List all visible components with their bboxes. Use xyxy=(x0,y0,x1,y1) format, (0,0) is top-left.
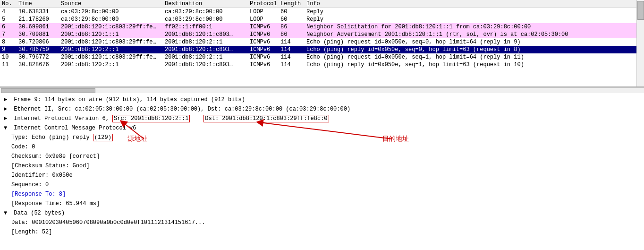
table-cell[interactable]: Echo (ping) request id=0x050e, seq=1, ho… xyxy=(305,53,644,61)
table-row[interactable]: 521.178260ca:03:29:8c:00:00ca:03:29:8c:0… xyxy=(0,16,644,23)
table-cell[interactable]: 2001:db8:120:1:c803:29ff:fe… xyxy=(59,23,163,31)
table-cell[interactable]: 86 xyxy=(279,23,305,31)
table-cell[interactable]: Neighbor Advertisement 2001:db8:120:1::1… xyxy=(305,31,644,38)
table-cell[interactable]: 2001:db8:120:1::1 xyxy=(59,31,163,38)
table-cell[interactable]: ca:03:29:8c:00:00 xyxy=(163,8,248,16)
table-cell[interactable]: ICMPv6 xyxy=(248,31,279,38)
vertical-scrollbar[interactable] xyxy=(636,0,644,86)
table-row[interactable]: 1130.8286762001:db8:120:2::12001:db8:120… xyxy=(0,61,644,69)
table-cell[interactable]: 114 xyxy=(279,61,305,69)
packet-list-area: No. Time Source Destination Protocol Len… xyxy=(0,0,644,87)
scrollbar-thumb[interactable] xyxy=(637,1,644,20)
sequence-detail-row: Sequence: 0 xyxy=(0,180,644,190)
table-cell[interactable]: 5 xyxy=(0,16,17,23)
h-scrollbar-thumb[interactable] xyxy=(1,88,95,93)
table-cell[interactable]: 11 xyxy=(0,61,17,69)
table-row[interactable]: 930.7867502001:db8:120:2::12001:db8:120:… xyxy=(0,46,644,53)
table-cell[interactable]: 60 xyxy=(279,16,305,23)
col-header-no[interactable]: No. xyxy=(0,0,17,8)
table-cell[interactable]: ICMPv6 xyxy=(248,53,279,61)
table-cell[interactable]: ff02::1:ff00:1 xyxy=(163,23,248,31)
table-cell[interactable]: 86 xyxy=(279,31,305,38)
table-cell[interactable]: Echo (ping) request id=0x050e, seq=0, ho… xyxy=(305,38,644,46)
table-row[interactable]: 730.7098812001:db8:120:1::12001:db8:120:… xyxy=(0,31,644,38)
sequence-text: Sequence: 0 xyxy=(11,181,49,188)
col-header-proto[interactable]: Protocol xyxy=(248,0,279,8)
table-cell[interactable]: 2001:db8:120:1:c803:29ff:fe… xyxy=(59,53,163,61)
checksum-status-text: [Checksum Status: Good] xyxy=(11,163,90,169)
table-cell[interactable]: 2001:db8:120:1:c803… xyxy=(163,46,248,53)
table-cell[interactable]: Reply xyxy=(305,8,644,16)
icmpv6-detail-row[interactable]: ▼ Internet Control Message Protocol v6 xyxy=(0,123,644,133)
table-row[interactable]: 410.638331ca:03:29:8c:00:00ca:03:29:8c:0… xyxy=(0,8,644,16)
table-cell[interactable]: 2001:db8:120:2::1 xyxy=(163,38,248,46)
table-cell[interactable]: Reply xyxy=(305,16,644,23)
ipv6-detail-row[interactable]: ► Internet Protocol Version 6, Src: 2001… xyxy=(0,114,644,123)
ipv6-expand-arrow: ► xyxy=(4,114,10,123)
table-cell[interactable]: 2001:db8:120:1:c803:29ff:fe… xyxy=(59,38,163,46)
ipv6-prefix-text: Internet Protocol Version 6, xyxy=(14,115,112,122)
table-cell[interactable]: 30.699861 xyxy=(17,23,59,31)
dst-label-annotation: 目的地址 xyxy=(382,135,409,143)
table-cell[interactable]: 30.796772 xyxy=(17,53,59,61)
table-cell[interactable]: 7 xyxy=(0,31,17,38)
table-cell[interactable]: 30.720806 xyxy=(17,38,59,46)
table-cell[interactable]: Echo (ping) reply id=0x050e, seq=0, hop … xyxy=(305,46,644,53)
table-cell[interactable]: 30.709881 xyxy=(17,31,59,38)
table-row[interactable]: 1030.7967722001:db8:120:1:c803:29ff:fe…2… xyxy=(0,53,644,61)
table-cell[interactable]: 30.828676 xyxy=(17,61,59,69)
type-value-box: (129) xyxy=(93,134,113,141)
table-cell[interactable]: 8 xyxy=(0,38,17,46)
identifier-detail-row: Identifier: 0x050e xyxy=(0,171,644,180)
col-header-info[interactable]: Info xyxy=(305,0,644,8)
type-text: Type: Echo (ping) reply xyxy=(11,134,90,141)
table-cell[interactable]: 114 xyxy=(279,53,305,61)
table-cell[interactable]: ICMPv6 xyxy=(248,38,279,46)
data-value-row: Data: 000102030405060708090a0b0c0d0e0f10… xyxy=(0,218,644,227)
checksum-status-row: [Checksum Status: Good] xyxy=(0,161,644,171)
table-cell[interactable]: 2001:db8:120:2::1 xyxy=(59,61,163,69)
table-cell[interactable]: 2001:db8:120:2::1 xyxy=(163,53,248,61)
table-cell[interactable]: ICMPv6 xyxy=(248,46,279,53)
table-cell[interactable]: 21.178260 xyxy=(17,16,59,23)
table-cell[interactable]: 114 xyxy=(279,38,305,46)
table-cell[interactable]: 10.638331 xyxy=(17,8,59,16)
ipv6-src-box: Src: 2001:db8:120:2::1 xyxy=(112,115,190,122)
table-cell[interactable]: 114 xyxy=(279,46,305,53)
response-to-text: [Response To: 8] xyxy=(11,191,66,198)
table-cell[interactable]: LOOP xyxy=(248,8,279,16)
table-cell[interactable]: LOOP xyxy=(248,16,279,23)
type-detail-row: Type: Echo (ping) reply (129) xyxy=(0,133,644,142)
table-cell[interactable]: Echo (ping) reply id=0x050e, seq=1, hop … xyxy=(305,61,644,69)
table-cell[interactable]: 2001:db8:120:2::1 xyxy=(59,46,163,53)
table-cell[interactable]: 9 xyxy=(0,46,17,53)
table-row[interactable]: 830.7208062001:db8:120:1:c803:29ff:fe…20… xyxy=(0,38,644,46)
table-cell[interactable]: ICMPv6 xyxy=(248,61,279,69)
table-cell[interactable]: ca:03:29:8c:00:00 xyxy=(59,8,163,16)
ethernet-detail-row[interactable]: ► Ethernet II, Src: ca:02:05:30:00:00 (c… xyxy=(0,104,644,114)
col-header-src[interactable]: Source xyxy=(59,0,163,8)
data-value-text: Data: 000102030405060708090a0b0c0d0e0f10… xyxy=(11,219,205,226)
table-cell[interactable]: 2001:db8:120:1:c803… xyxy=(163,61,248,69)
table-row[interactable]: 630.6998612001:db8:120:1:c803:29ff:fe…ff… xyxy=(0,23,644,31)
table-cell[interactable]: 6 xyxy=(0,23,17,31)
length-text: [Length: 52] xyxy=(11,229,52,235)
table-cell[interactable]: 10 xyxy=(0,53,17,61)
table-cell[interactable]: ICMPv6 xyxy=(248,23,279,31)
table-cell[interactable]: 60 xyxy=(279,8,305,16)
table-cell[interactable]: ca:03:29:8c:00:00 xyxy=(163,16,248,23)
table-cell[interactable]: 30.786750 xyxy=(17,46,59,53)
table-cell[interactable]: 4 xyxy=(0,8,17,16)
packet-detail-area: ► Frame 9: 114 bytes on wire (912 bits),… xyxy=(0,93,644,250)
data-detail-row[interactable]: ▼ Data (52 bytes) xyxy=(0,208,644,218)
table-cell[interactable]: Neighbor Solicitation for 2001:db8:120:1… xyxy=(305,23,644,31)
icmpv6-expand-arrow: ▼ xyxy=(4,124,10,132)
col-header-time[interactable]: Time xyxy=(17,0,59,8)
col-header-dst[interactable]: Destination xyxy=(163,0,248,8)
table-cell[interactable]: ca:03:29:8c:00:00 xyxy=(59,16,163,23)
frame-detail-row[interactable]: ► Frame 9: 114 bytes on wire (912 bits),… xyxy=(0,95,644,104)
checksum-text: Checksum: 0x9e8e [correct] xyxy=(11,153,100,160)
col-header-len[interactable]: Length xyxy=(279,0,305,8)
table-cell[interactable]: 2001:db8:120:1:c803… xyxy=(163,31,248,38)
ethernet-detail-text: Ethernet II, Src: ca:02:05:30:00:00 (ca:… xyxy=(14,106,350,112)
